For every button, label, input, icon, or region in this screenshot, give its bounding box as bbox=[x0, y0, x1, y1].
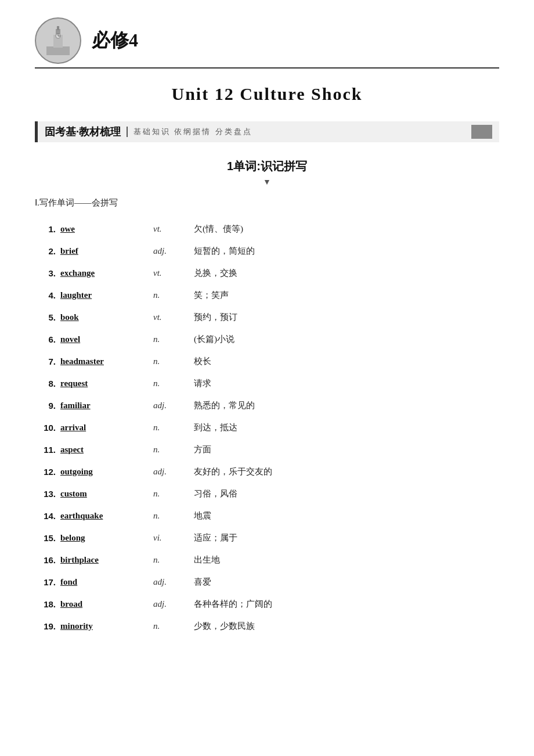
word-pos: adj. bbox=[151, 593, 192, 615]
header-underline bbox=[35, 67, 499, 69]
word-meaning: 地震 bbox=[192, 505, 499, 527]
word-number: 2. bbox=[35, 240, 58, 262]
section-bar: 固考基·教材梳理 基础知识 依纲据情 分类盘点 bbox=[35, 121, 499, 142]
table-row: 7.headmastern.校长 bbox=[35, 350, 499, 372]
vocab-heading-text: 1单词:识记拼写 bbox=[227, 160, 307, 172]
table-row: 13.customn.习俗，风俗 bbox=[35, 483, 499, 505]
word-meaning: 出生地 bbox=[192, 549, 499, 571]
word-number: 10. bbox=[35, 416, 58, 438]
word-entry: owe bbox=[58, 218, 151, 240]
table-row: 11.aspectn.方面 bbox=[35, 438, 499, 460]
word-entry: exchange bbox=[58, 262, 151, 284]
word-number: 11. bbox=[35, 438, 58, 460]
table-row: 3.exchangevt.兑换，交换 bbox=[35, 262, 499, 284]
word-pos: vi. bbox=[151, 527, 192, 549]
table-row: 12.outgoingadj.友好的，乐于交友的 bbox=[35, 460, 499, 483]
word-number: 16. bbox=[35, 549, 58, 571]
table-row: 17.fondadj.喜爱 bbox=[35, 571, 499, 593]
word-meaning: 友好的，乐于交友的 bbox=[192, 460, 499, 483]
svg-rect-5 bbox=[63, 41, 65, 46]
word-pos: vt. bbox=[151, 306, 192, 328]
word-number: 8. bbox=[35, 372, 58, 394]
word-pos: adj. bbox=[151, 394, 192, 416]
word-number: 5. bbox=[35, 306, 58, 328]
word-number: 3. bbox=[35, 262, 58, 284]
word-pos: vt. bbox=[151, 262, 192, 284]
section-bar-title: 固考基·教材梳理 bbox=[45, 125, 121, 139]
section-bar-subtitle: 基础知识 依纲据情 分类盘点 bbox=[134, 127, 252, 137]
svg-rect-4 bbox=[51, 41, 53, 46]
word-meaning: 欠(情、债等) bbox=[192, 218, 499, 240]
table-row: 6.noveln.(长篇)小说 bbox=[35, 328, 499, 350]
table-row: 9.familiaradj.熟悉的，常见的 bbox=[35, 394, 499, 416]
word-number: 6. bbox=[35, 328, 58, 350]
table-row: 14.earthquaken.地震 bbox=[35, 505, 499, 527]
word-entry: arrival bbox=[58, 416, 151, 438]
word-meaning: 请求 bbox=[192, 372, 499, 394]
word-meaning: (长篇)小说 bbox=[192, 328, 499, 350]
word-entry: novel bbox=[58, 328, 151, 350]
word-entry: earthquake bbox=[58, 505, 151, 527]
word-number: 14. bbox=[35, 505, 58, 527]
word-pos: n. bbox=[151, 328, 192, 350]
word-pos: n. bbox=[151, 483, 192, 505]
word-pos: adj. bbox=[151, 460, 192, 483]
word-meaning: 笑；笑声 bbox=[192, 284, 499, 306]
word-meaning: 校长 bbox=[192, 350, 499, 372]
word-meaning: 方面 bbox=[192, 438, 499, 460]
svg-rect-3 bbox=[57, 26, 59, 30]
word-pos: n. bbox=[151, 350, 192, 372]
svg-rect-0 bbox=[46, 46, 70, 55]
word-number: 18. bbox=[35, 593, 58, 615]
word-entry: custom bbox=[58, 483, 151, 505]
book-title: 必修4 bbox=[92, 28, 138, 53]
word-meaning: 习俗，风俗 bbox=[192, 483, 499, 505]
word-entry: book bbox=[58, 306, 151, 328]
table-row: 1.owevt.欠(情、债等) bbox=[35, 218, 499, 240]
page-container: 必修4 Unit 12 Culture Shock 固考基·教材梳理 基础知识 … bbox=[0, 0, 534, 756]
word-meaning: 兑换，交换 bbox=[192, 262, 499, 284]
word-entry: birthplace bbox=[58, 549, 151, 571]
word-entry: belong bbox=[58, 527, 151, 549]
word-pos: n. bbox=[151, 549, 192, 571]
word-pos: n. bbox=[151, 615, 192, 637]
word-pos: n. bbox=[151, 505, 192, 527]
word-meaning: 短暂的，简短的 bbox=[192, 240, 499, 262]
unit-title: Unit 12 Culture Shock bbox=[172, 84, 363, 103]
word-entry: familiar bbox=[58, 394, 151, 416]
word-meaning: 到达，抵达 bbox=[192, 416, 499, 438]
table-row: 10.arrivaln.到达，抵达 bbox=[35, 416, 499, 438]
word-meaning: 预约，预订 bbox=[192, 306, 499, 328]
word-pos: n. bbox=[151, 416, 192, 438]
word-meaning: 熟悉的，常见的 bbox=[192, 394, 499, 416]
word-number: 13. bbox=[35, 483, 58, 505]
word-pos: n. bbox=[151, 284, 192, 306]
word-entry: headmaster bbox=[58, 350, 151, 372]
table-row: 2.briefadj.短暂的，简短的 bbox=[35, 240, 499, 262]
table-row: 18.broadadj.各种各样的；广阔的 bbox=[35, 593, 499, 615]
word-pos: vt. bbox=[151, 218, 192, 240]
word-number: 4. bbox=[35, 284, 58, 306]
word-meaning: 各种各样的；广阔的 bbox=[192, 593, 499, 615]
table-row: 8.requestn.请求 bbox=[35, 372, 499, 394]
word-entry: request bbox=[58, 372, 151, 394]
word-number: 15. bbox=[35, 527, 58, 549]
unit-title-area: Unit 12 Culture Shock bbox=[35, 84, 499, 104]
word-number: 7. bbox=[35, 350, 58, 372]
table-row: 15.belongvi.适应；属于 bbox=[35, 527, 499, 549]
word-entry: laughter bbox=[58, 284, 151, 306]
header-area: 必修4 bbox=[35, 17, 499, 64]
sub-section-title: Ⅰ.写作单词——会拼写 bbox=[35, 197, 499, 208]
word-pos: n. bbox=[151, 438, 192, 460]
vocab-table: 1.owevt.欠(情、债等)2.briefadj.短暂的，简短的3.excha… bbox=[35, 218, 499, 637]
word-number: 1. bbox=[35, 218, 58, 240]
table-row: 16.birthplacen.出生地 bbox=[35, 549, 499, 571]
word-meaning: 适应；属于 bbox=[192, 527, 499, 549]
word-entry: outgoing bbox=[58, 460, 151, 483]
word-number: 12. bbox=[35, 460, 58, 483]
section-bar-divider bbox=[127, 127, 128, 137]
word-number: 17. bbox=[35, 571, 58, 593]
section-bar-decoration bbox=[471, 125, 492, 139]
table-row: 4.laughtern.笑；笑声 bbox=[35, 284, 499, 306]
word-number: 19. bbox=[35, 615, 58, 637]
